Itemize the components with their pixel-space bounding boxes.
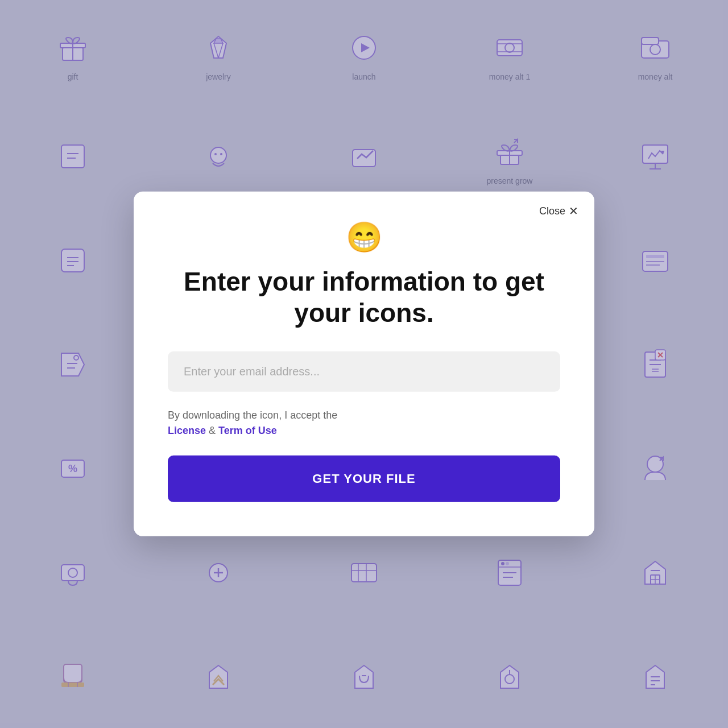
email-input[interactable] <box>168 351 560 392</box>
close-label: Close <box>539 205 565 217</box>
close-icon: ✕ <box>569 204 578 218</box>
terms-link[interactable]: Term of Use <box>218 425 277 436</box>
modal-dialog: Close ✕ 😁 Enter your information to get … <box>134 192 594 536</box>
license-link[interactable]: License <box>168 425 206 436</box>
terms-text-before: By downloading the icon, I accept the <box>168 410 337 421</box>
terms-text: By downloading the icon, I accept the Li… <box>168 408 560 439</box>
modal-title: Enter your information to get your icons… <box>168 266 560 329</box>
get-file-button[interactable]: GET YOUR FILE <box>168 456 560 502</box>
ampersand: & <box>209 425 216 436</box>
close-button[interactable]: Close ✕ <box>539 204 578 218</box>
modal-emoji: 😁 <box>168 220 560 255</box>
